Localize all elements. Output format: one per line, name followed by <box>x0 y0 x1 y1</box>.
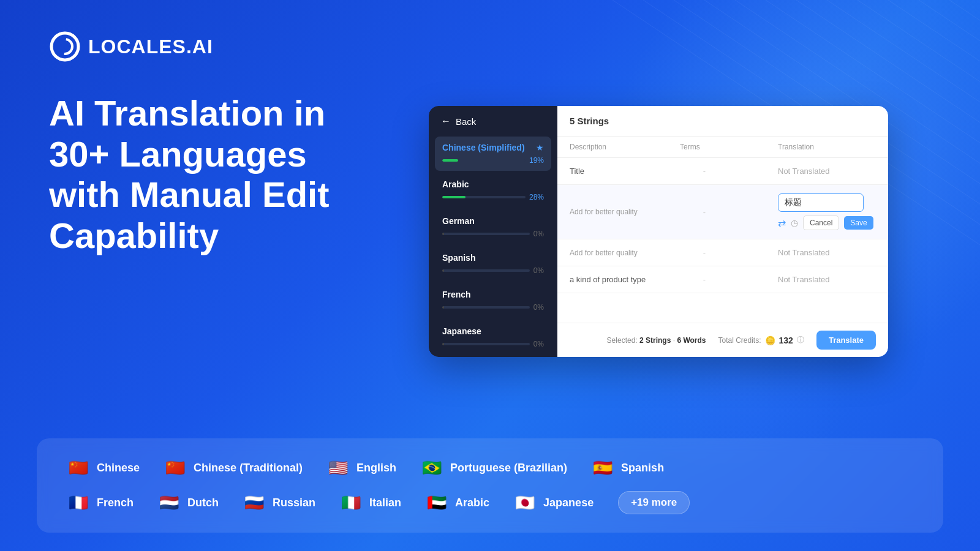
info-icon: ⓘ <box>797 335 804 345</box>
row-translation: Not Translated <box>778 248 876 257</box>
lang-pill: 🇮🇹 Italian <box>340 492 401 514</box>
edit-actions: ⇄ ◷ Cancel Save <box>778 216 876 230</box>
svg-point-14 <box>58 39 72 54</box>
row-desc: Add for better quality <box>570 249 680 257</box>
page-headline: AI Translation in 30+ Languages with Man… <box>49 93 386 257</box>
logo-area: LOCALES.AI <box>49 31 386 62</box>
translate-icon: ⇄ <box>778 217 786 229</box>
more-label: +19 more <box>631 497 677 509</box>
list-item[interactable]: Japanese 0% <box>435 320 551 354</box>
more-languages-pill[interactable]: +19 more <box>618 491 690 514</box>
back-button[interactable]: ← Back <box>429 106 557 137</box>
credits-label: Total Credits: <box>718 336 761 345</box>
translation-input[interactable] <box>778 193 864 212</box>
row-terms: - <box>680 275 729 284</box>
svg-point-13 <box>51 33 78 60</box>
col-description: Description <box>570 143 680 151</box>
list-item[interactable]: Chinese (Simplified) ★ 19% <box>435 137 551 171</box>
lang-label: Chinese <box>97 462 140 474</box>
flag-fr: 🇫🇷 <box>67 492 89 514</box>
lang-label: Spanish <box>621 462 664 474</box>
lang-name: French <box>442 290 471 299</box>
left-content: LOCALES.AI AI Translation in 30+ Languag… <box>49 24 386 426</box>
selected-label: Selected: <box>607 336 638 345</box>
lang-pill: 🇷🇺 Russian <box>243 492 315 514</box>
separator: · <box>673 336 675 345</box>
lang-label: Portuguese (Brazilian) <box>450 462 567 474</box>
panel-header: 5 Strings <box>557 106 888 137</box>
lang-pill: 🇫🇷 French <box>67 492 134 514</box>
lang-pct: 0% <box>533 230 544 238</box>
language-row-1: 🇨🇳 Chinese 🇨🇳 Chinese (Traditional) 🇺🇸 E… <box>67 457 913 479</box>
lang-pct: 0% <box>533 303 544 312</box>
lang-label: Dutch <box>187 497 219 509</box>
list-item[interactable]: Arabic 28% <box>435 173 551 208</box>
ui-mockup-container: ← Back Chinese (Simplified) ★ <box>386 24 931 426</box>
table-row: Title - Not Translated <box>557 158 888 185</box>
table-row: Add for better quality - ⇄ ◷ Cancel Save <box>557 185 888 239</box>
language-row-2: 🇫🇷 French 🇳🇱 Dutch 🇷🇺 Russian 🇮🇹 Italian… <box>67 491 913 514</box>
flag-cn-trad: 🇨🇳 <box>164 457 186 479</box>
languages-section: 🇨🇳 Chinese 🇨🇳 Chinese (Traditional) 🇺🇸 E… <box>37 438 943 533</box>
lang-name: Spanish <box>442 253 475 263</box>
col-translation: Translation <box>778 143 876 151</box>
logo-icon <box>49 31 81 62</box>
lang-pct: 28% <box>529 193 544 201</box>
flag-us: 🇺🇸 <box>327 457 349 479</box>
lang-name: Chinese (Simplified) <box>442 143 525 152</box>
edit-area: ⇄ ◷ Cancel Save <box>778 193 876 230</box>
panel-footer: Selected: 2 Strings · 6 Words Total Cred… <box>557 323 888 357</box>
lang-pill: 🇳🇱 Dutch <box>158 492 219 514</box>
lang-label: Japanese <box>543 497 594 509</box>
lang-pill: 🇺🇸 English <box>327 457 396 479</box>
lang-pill: 🇨🇳 Chinese <box>67 457 140 479</box>
translation-panel: 5 Strings Description Terms Translation … <box>557 106 888 357</box>
lang-name: Japanese <box>442 326 481 336</box>
lang-name: German <box>442 216 475 226</box>
table-body: Title - Not Translated Add for better qu… <box>557 158 888 323</box>
lang-pill: 🇪🇸 Spanish <box>592 457 664 479</box>
logo-text: LOCALES.AI <box>88 36 213 58</box>
list-item[interactable]: Spanish 0% <box>435 247 551 281</box>
flag-es: 🇪🇸 <box>592 457 614 479</box>
language-list: Chinese (Simplified) ★ 19% <box>429 137 557 354</box>
row-terms: - <box>680 248 729 257</box>
lang-pct: 0% <box>533 266 544 275</box>
flag-br: 🇧🇷 <box>421 457 443 479</box>
lang-pill: 🇧🇷 Portuguese (Brazilian) <box>421 457 567 479</box>
cancel-button[interactable]: Cancel <box>803 216 839 230</box>
table-header: Description Terms Translation <box>557 137 888 158</box>
lang-name: Arabic <box>442 179 469 189</box>
lang-pill: 🇨🇳 Chinese (Traditional) <box>164 457 303 479</box>
lang-label: English <box>356 462 396 474</box>
coin-icon: 🪙 <box>765 335 775 345</box>
row-desc: Title <box>570 167 680 176</box>
lang-label: Arabic <box>455 497 489 509</box>
flag-ru: 🇷🇺 <box>243 492 265 514</box>
row-desc: a kind of product type <box>570 275 680 284</box>
table-row: a kind of product type - Not Translated <box>557 266 888 293</box>
row-translation: Not Translated <box>778 275 876 284</box>
back-label: Back <box>456 116 476 127</box>
lang-label: Russian <box>273 497 315 509</box>
row-terms: - <box>680 167 729 176</box>
flag-nl: 🇳🇱 <box>158 492 180 514</box>
back-arrow-icon: ← <box>441 116 451 127</box>
list-item[interactable]: French 0% <box>435 283 551 318</box>
lang-label: Italian <box>369 497 401 509</box>
save-button[interactable]: Save <box>844 216 873 230</box>
lang-pct: 0% <box>533 340 544 348</box>
ui-mockup: ← Back Chinese (Simplified) ★ <box>429 106 888 357</box>
flag-it: 🇮🇹 <box>340 492 362 514</box>
translate-button[interactable]: Translate <box>816 331 876 350</box>
clock-icon: ◷ <box>791 218 798 228</box>
flag-cn: 🇨🇳 <box>67 457 89 479</box>
row-desc: Add for better quality <box>570 208 680 216</box>
strings-count: 5 Strings <box>570 116 609 126</box>
selected-strings: 2 Strings <box>639 336 671 345</box>
row-translation: Not Translated <box>778 167 876 176</box>
star-icon: ★ <box>536 143 544 152</box>
table-row: Add for better quality - Not Translated <box>557 239 888 266</box>
list-item[interactable]: German 0% <box>435 210 551 244</box>
lang-pill: 🇯🇵 Japanese <box>514 492 594 514</box>
